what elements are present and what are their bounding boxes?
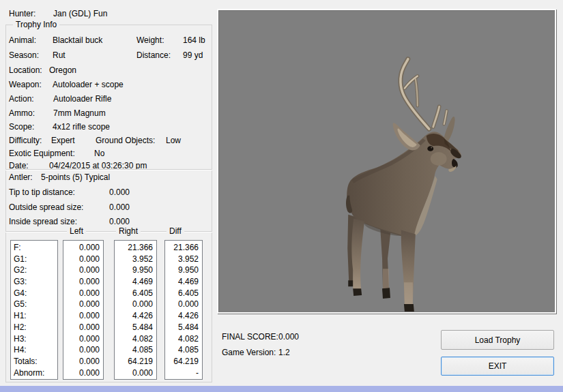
score-row-label: Abnorm:: [11, 367, 57, 379]
score-row-label: G1:: [11, 254, 57, 265]
score-right-value: 4.085: [115, 344, 156, 356]
action-value: Autoloader Rifle: [53, 94, 111, 104]
score-left-value: 0.000: [63, 367, 103, 379]
outside-spread-value: 0.000: [109, 202, 130, 212]
scope-value: 4x12 rifle scope: [53, 122, 110, 132]
game-version-label: Game Version:: [222, 348, 276, 357]
trophy-info-title: Trophy Info: [13, 20, 59, 30]
animal-label: Animal:: [9, 35, 36, 45]
score-right-value: 5.484: [115, 322, 156, 333]
score-left-values-box: 0.000 0.000 0.000 0.000 0.000 0.000 0.00…: [63, 240, 104, 380]
tip-to-tip-label: Tip to tip distance:: [9, 187, 75, 197]
location-label: Location:: [9, 65, 42, 75]
score-row-label: Totals:: [11, 356, 57, 367]
score-diff-value: 21.366: [165, 242, 202, 254]
distance-label: Distance:: [136, 50, 171, 60]
score-diff-value: 5.484: [165, 322, 202, 333]
score-right-value: 4.082: [115, 333, 156, 345]
score-diff-value: 0.000: [165, 299, 202, 310]
score-row-label: G5:: [11, 299, 57, 310]
scope-label: Scope:: [9, 122, 34, 132]
weapon-value: Autoloader + scope: [53, 80, 124, 89]
score-left-value: 0.000: [63, 265, 103, 276]
score-left-value: 0.000: [63, 322, 103, 333]
outside-spread-label: Outside spread size:: [9, 202, 83, 212]
final-score-label: FINAL SCORE:: [222, 332, 278, 342]
trophy-3d-viewer-panel: [217, 9, 556, 314]
ground-objects-label: Ground Objects:: [96, 136, 155, 145]
action-label: Action:: [9, 94, 34, 104]
ammo-value: 7mm Magnum: [53, 108, 106, 118]
ground-objects-value: Low: [166, 136, 181, 145]
score-diff-values-box: 21.366 3.952 9.950 4.469 6.405 0.000 4.4…: [164, 240, 203, 380]
score-right-value: 3.952: [115, 254, 156, 265]
column-header-left: Left: [67, 226, 86, 236]
score-row-label: H3:: [11, 333, 57, 345]
column-header-diff: Diff: [167, 226, 184, 236]
score-left-value: 0.000: [63, 299, 103, 310]
bottom-accent-bar: [0, 386, 563, 392]
antler-label: Antler:: [9, 172, 33, 182]
score-right-value: 0.000: [115, 299, 156, 310]
exotic-equipment-value: No: [94, 149, 104, 158]
exotic-equipment-label: Exotic Equipment:: [9, 149, 75, 158]
trophy-viewer-window: Hunter: Jan (GDL) Fun Trophy Info Animal…: [0, 0, 563, 392]
score-diff-value: 4.469: [165, 276, 202, 288]
season-label: Season:: [9, 50, 39, 60]
score-right-value: 21.366: [115, 242, 156, 254]
score-right-value: 9.950: [115, 265, 156, 276]
inside-spread-value: 0.000: [109, 217, 130, 226]
score-diff-value: 3.952: [165, 254, 202, 265]
section-divider: [5, 169, 212, 170]
score-right-values-box: 21.366 3.952 9.950 4.469 6.405 0.000 4.4…: [114, 240, 157, 380]
weapon-label: Weapon:: [9, 80, 42, 89]
score-left-value: 0.000: [63, 310, 103, 322]
tip-to-tip-value: 0.000: [109, 187, 130, 197]
score-diff-value: 6.405: [165, 288, 202, 299]
antlers: [401, 59, 447, 130]
score-row-label: H4:: [11, 344, 57, 356]
score-left-value: 0.000: [63, 344, 103, 356]
difficulty-label: Difficulty:: [9, 136, 42, 145]
score-right-value: 4.469: [115, 276, 156, 288]
deer-render: [219, 11, 554, 312]
score-left-value: 0.000: [63, 276, 103, 288]
season-value: Rut: [53, 50, 66, 60]
difficulty-value: Expert: [51, 136, 75, 145]
score-row-label: F:: [11, 242, 57, 254]
score-right-value: 0.000: [115, 367, 156, 379]
hunter-value: Jan (GDL) Fun: [53, 9, 107, 18]
hunter-label: Hunter:: [9, 9, 35, 18]
score-left-value: 0.000: [63, 333, 103, 345]
weight-value: 164 lb: [183, 35, 205, 45]
score-left-value: 0.000: [63, 288, 103, 299]
score-row-labels-box: F: G1: G2: G3: G4: G5: H1: H2: H3: H4: T…: [10, 240, 58, 380]
score-diff-value: 4.085: [165, 344, 202, 356]
distance-value: 99 yd: [183, 50, 203, 60]
score-left-value: 0.000: [63, 254, 103, 265]
inside-spread-label: Inside spread size:: [9, 217, 77, 226]
ammo-label: Ammo:: [9, 108, 35, 118]
antler-value: 5-points (5) Typical: [41, 172, 110, 182]
score-diff-value: 4.082: [165, 333, 202, 345]
score-row-label: G4:: [11, 288, 57, 299]
final-score-value: 0.000: [278, 332, 299, 342]
score-row-label: H1:: [11, 310, 57, 322]
score-row-label: H2:: [11, 322, 57, 333]
animal-value: Blacktail buck: [53, 35, 102, 45]
score-diff-value: 9.950: [165, 265, 202, 276]
column-header-right: Right: [116, 226, 141, 236]
location-value: Oregon: [49, 65, 76, 75]
weight-label: Weight:: [136, 35, 164, 45]
exit-button[interactable]: EXIT: [441, 357, 554, 376]
load-trophy-button[interactable]: Load Trophy: [441, 330, 554, 350]
score-diff-value: -: [165, 367, 202, 379]
score-left-value: 0.000: [63, 242, 103, 254]
score-right-value: 4.426: [115, 310, 156, 322]
score-row-label: G2:: [11, 265, 57, 276]
score-right-value: 64.219: [115, 356, 156, 367]
score-right-value: 6.405: [115, 288, 156, 299]
score-diff-value: 4.426: [165, 310, 202, 322]
game-version-value: 1.2: [278, 348, 290, 357]
score-diff-value: 64.219: [165, 356, 202, 367]
